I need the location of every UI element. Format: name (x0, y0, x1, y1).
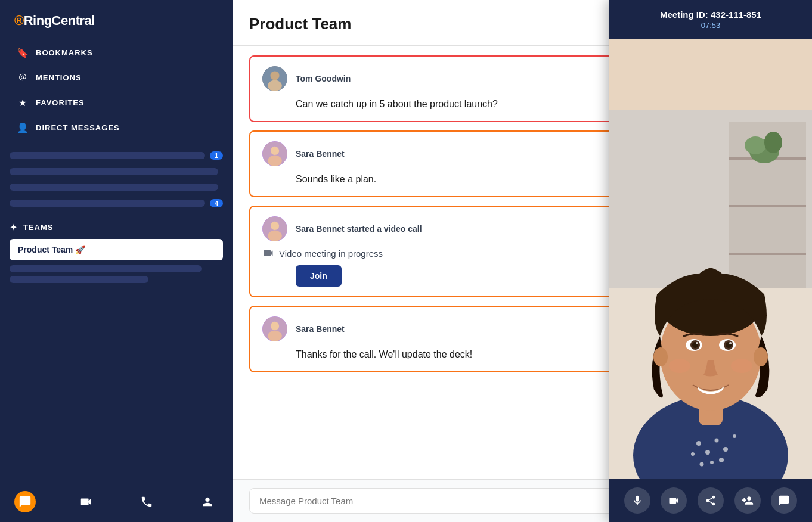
add-participant-button[interactable] (734, 487, 761, 514)
favorites-label: FAVORITES (36, 98, 85, 107)
svg-point-10 (271, 147, 279, 155)
dm-bar-3 (10, 184, 218, 191)
person-icon: 👤 (17, 122, 29, 133)
svg-point-30 (715, 439, 719, 443)
dm-item-1[interactable]: 1 (10, 149, 223, 162)
sender-name-1: Tom Goodwin (296, 74, 351, 83)
profile-button[interactable] (197, 491, 218, 512)
dm-list-section: 1 4 (0, 141, 233, 215)
svg-point-48 (669, 359, 690, 373)
channel-title: Product Team (249, 15, 351, 33)
sidebar-footer (0, 481, 233, 522)
svg-point-32 (733, 434, 736, 438)
sidebar-item-bookmarks[interactable]: 🔖 BOOKMARKS (10, 41, 223, 64)
logo: ®RingCentral (0, 0, 233, 41)
dm-badge-4: 4 (210, 199, 223, 207)
direct-messages-label: DIRECT MESSAGES (36, 123, 120, 132)
svg-point-29 (705, 450, 710, 455)
svg-point-31 (723, 447, 728, 452)
svg-point-33 (691, 452, 695, 456)
video-controls (609, 479, 812, 522)
svg-rect-23 (729, 253, 806, 255)
svg-point-16 (271, 322, 279, 330)
svg-point-50 (653, 347, 668, 366)
join-button[interactable]: Join (296, 265, 342, 287)
meeting-time: 07:53 (619, 21, 802, 30)
svg-point-51 (754, 347, 768, 366)
svg-point-28 (696, 441, 701, 446)
phone-button[interactable] (136, 491, 157, 512)
sidebar-item-favorites[interactable]: ★ FAVORITES (10, 91, 223, 114)
video-button[interactable] (75, 491, 97, 512)
avatar-sara-3 (262, 316, 287, 341)
svg-point-35 (710, 461, 714, 464)
video-progress-text: Video meeting in progress (279, 248, 383, 259)
dm-item-2[interactable] (10, 166, 223, 178)
svg-point-17 (268, 331, 282, 341)
dm-item-4[interactable]: 4 (10, 197, 223, 210)
teams-icon: ✦ (10, 222, 17, 233)
svg-point-47 (729, 342, 732, 344)
mentions-icon: ＠ (17, 72, 29, 83)
teams-header: ✦ TEAMS (10, 222, 223, 233)
sender-name-4: Sara Bennet (296, 324, 345, 334)
team-bar-1 (10, 265, 202, 272)
svg-point-26 (764, 132, 782, 153)
teams-label: TEAMS (23, 223, 54, 232)
dm-bar-2 (10, 168, 218, 175)
avatar-sara-1 (262, 141, 287, 166)
video-person (609, 39, 812, 479)
svg-point-7 (270, 71, 279, 80)
svg-point-36 (719, 458, 724, 462)
star-icon: ★ (17, 97, 29, 108)
video-call-panel: Meeting ID: 432-111-851 07:53 (609, 0, 812, 522)
svg-point-34 (700, 462, 704, 467)
dm-item-3[interactable] (10, 181, 223, 193)
sidebar: ®RingCentral 🔖 BOOKMARKS ＠ MENTIONS ★ FA… (0, 0, 233, 522)
main-content: Product Team CD (233, 0, 812, 522)
avatar-tom (262, 66, 287, 91)
meeting-id: Meeting ID: 432-111-851 (619, 10, 802, 20)
teams-section: ✦ TEAMS Product Team 🚀 (0, 215, 233, 291)
sidebar-item-mentions[interactable]: ＠ MENTIONS (10, 66, 223, 89)
dm-bar-4 (10, 200, 205, 207)
chat-button[interactable] (14, 491, 36, 512)
svg-point-14 (268, 231, 282, 241)
video-feed (609, 39, 812, 479)
mentions-label: MENTIONS (36, 73, 82, 82)
svg-point-8 (268, 80, 282, 91)
svg-point-11 (268, 156, 282, 166)
svg-point-25 (745, 136, 766, 154)
sender-name-2: Sara Bennet (296, 149, 345, 159)
dm-badge-1: 1 (210, 151, 223, 160)
sidebar-item-direct-messages[interactable]: 👤 DIRECT MESSAGES (10, 116, 223, 139)
team-name: Product Team 🚀 (18, 245, 85, 254)
app-name: ®RingCentral (14, 13, 95, 28)
svg-point-13 (271, 222, 279, 230)
person-svg (609, 110, 812, 479)
team-bar-2 (10, 276, 148, 283)
video-icon (262, 247, 274, 259)
svg-point-46 (696, 342, 698, 344)
svg-point-49 (731, 359, 752, 373)
share-button[interactable] (698, 487, 724, 514)
team-item-product[interactable]: Product Team 🚀 (10, 239, 223, 260)
avatar-sara-2 (262, 216, 287, 241)
video-call-header: Meeting ID: 432-111-851 07:53 (609, 0, 812, 39)
dm-bar-1 (10, 152, 205, 159)
bookmark-icon: 🔖 (17, 46, 29, 58)
mute-button[interactable] (624, 487, 650, 514)
sender-name-3: Sara Bennet started a video call (296, 224, 422, 234)
nav-section: 🔖 BOOKMARKS ＠ MENTIONS ★ FAVORITES 👤 DIR… (0, 41, 233, 141)
svg-rect-22 (729, 205, 806, 207)
video-chat-button[interactable] (771, 487, 797, 514)
bookmarks-label: BOOKMARKS (36, 48, 93, 57)
camera-button[interactable] (661, 487, 687, 514)
